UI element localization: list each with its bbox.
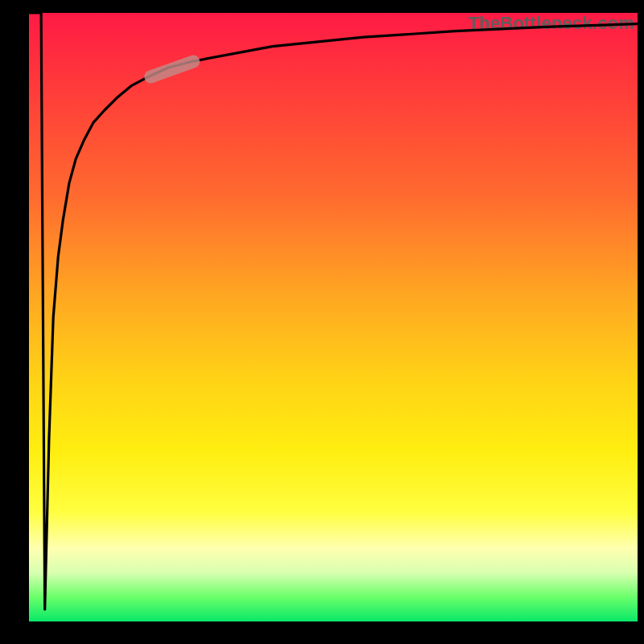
highlight-segment xyxy=(151,62,193,77)
curve-layer xyxy=(29,13,638,621)
chart-frame: TheBottleneck.com xyxy=(0,0,644,644)
plot-area: TheBottleneck.com xyxy=(29,13,638,621)
bottleneck-curve xyxy=(29,13,638,609)
